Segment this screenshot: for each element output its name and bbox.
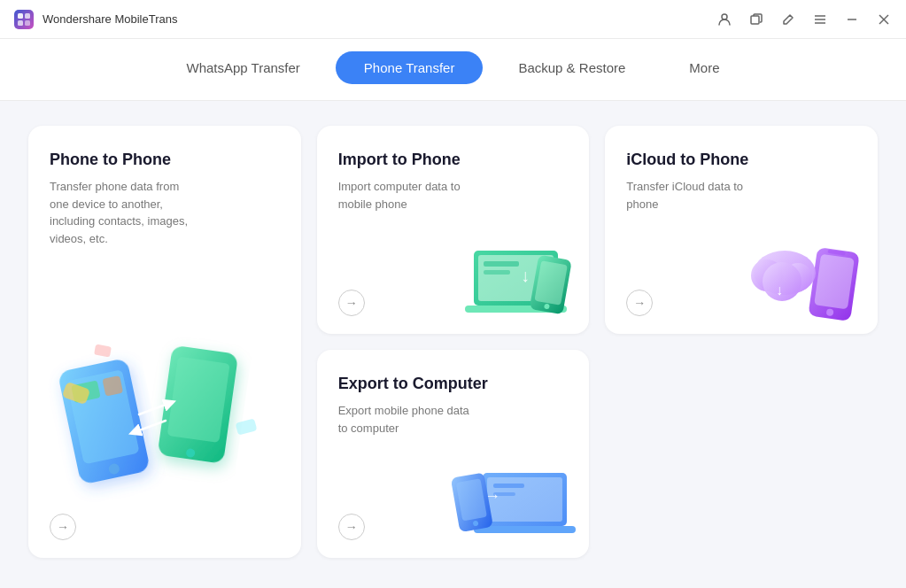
svg-rect-1 [25,13,30,19]
card-import-to-phone[interactable]: Import to Phone Import computer data to … [317,126,590,334]
card-import-title: Import to Phone [338,151,569,169]
svg-rect-0 [18,13,23,19]
card-phone-to-phone-arrow[interactable]: → [50,514,76,540]
minimize-icon[interactable] [844,12,860,27]
card-icloud-to-phone[interactable]: iCloud to Phone Transfer iCloud data to … [605,126,878,334]
svg-rect-21 [236,418,258,435]
card-import-desc: Import computer data to mobile phone [338,178,480,213]
titlebar-controls [716,12,892,27]
tab-more[interactable]: More [661,51,747,84]
svg-rect-3 [25,20,30,26]
svg-rect-26 [484,261,519,267]
svg-text:↓: ↓ [776,282,783,298]
titlebar: Wondershare MobileTrans [0,0,906,39]
svg-rect-27 [484,270,510,275]
card-export-title: Export to Computer [338,375,569,393]
titlebar-left: Wondershare MobileTrans [14,10,177,29]
close-icon[interactable] [876,12,892,27]
card-import-arrow[interactable]: → [338,290,365,316]
main-content: Phone to Phone Transfer phone data from … [0,101,906,583]
export-illustration: → [438,448,585,550]
icloud-illustration: ↓ [740,224,873,326]
edit-icon[interactable] [780,12,796,27]
app-title: Wondershare MobileTrans [43,12,177,26]
tab-phone[interactable]: Phone Transfer [336,51,484,84]
svg-rect-22 [94,344,112,358]
svg-rect-2 [18,20,23,26]
card-phone-to-phone[interactable]: Phone to Phone Transfer phone data from … [28,126,301,558]
account-icon[interactable] [716,12,732,27]
card-phone-to-phone-title: Phone to Phone [50,151,280,169]
tab-backup[interactable]: Backup & Restore [490,51,654,84]
card-icloud-title: iCloud to Phone [626,151,856,169]
window-icon[interactable] [748,12,764,27]
svg-point-4 [722,14,727,19]
svg-rect-43 [474,526,576,533]
tab-whatsapp[interactable]: WhatsApp Transfer [158,51,328,84]
card-export-arrow[interactable]: → [338,514,365,540]
svg-rect-5 [751,16,759,24]
svg-rect-16 [102,375,123,397]
card-export-desc: Export mobile phone data to computer [338,402,480,437]
menu-icon[interactable] [812,12,828,27]
svg-rect-18 [167,357,230,443]
phone-to-phone-illustration [46,306,285,509]
svg-text:→: → [484,487,500,505]
nav-bar: WhatsApp Transfer Phone Transfer Backup … [0,39,906,101]
import-illustration: ↓ [452,228,585,326]
svg-text:↓: ↓ [521,266,530,285]
card-icloud-arrow[interactable]: → [626,290,653,316]
card-export-to-computer[interactable]: Export to Computer Export mobile phone d… [317,350,590,558]
svg-rect-33 [814,254,855,310]
card-phone-to-phone-desc: Transfer phone data from one device to a… [50,178,191,247]
app-icon [14,10,34,29]
card-icloud-desc: Transfer iCloud data to phone [626,178,768,213]
